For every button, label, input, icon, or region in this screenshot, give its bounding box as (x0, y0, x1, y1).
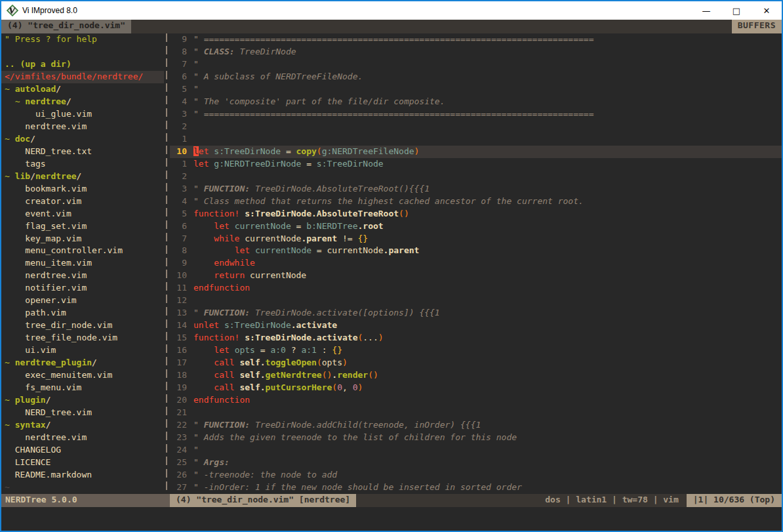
code-line[interactable]: 6 let currentNode = b:NERDTree.root (170, 220, 782, 233)
code-line[interactable]: 13" FUNCTION: TreeDirNode.activate([opti… (170, 307, 782, 319)
token: g:NERDTreeDirNode (214, 159, 301, 169)
tree-blank-line[interactable] (5, 46, 164, 58)
code-line[interactable]: 9 endwhile (170, 257, 782, 270)
token: LICENCE (5, 457, 50, 467)
code-line[interactable]: 11endfunction (170, 282, 782, 295)
code-line[interactable]: 20endfunction (170, 394, 782, 407)
token: event.vim (5, 209, 71, 218)
tree-root[interactable]: </vimfiles/bundle/nerdtree/ (1, 71, 164, 83)
code-line[interactable]: 25" Args: (170, 457, 782, 469)
tree-file[interactable]: fs_menu.vim (5, 382, 164, 394)
token: endwhile (214, 258, 255, 268)
code-line[interactable]: 26" -treenode: the node to add (170, 469, 782, 481)
code-line[interactable]: 1 (170, 133, 782, 146)
tree-file[interactable]: path.vim (5, 307, 164, 319)
token (5, 96, 15, 106)
line-text (187, 121, 193, 133)
code-line[interactable]: 10 return currentNode (170, 270, 782, 282)
tree-file[interactable]: nerdtree.vim (5, 121, 164, 133)
line-text: " -inOrder: 1 if the new node should be … (187, 481, 522, 494)
tree-file[interactable]: exec_menuitem.vim (5, 369, 164, 382)
token: autoload (15, 84, 56, 94)
token: " A subclass of NERDTreeFileNode. (193, 72, 363, 81)
code-line[interactable]: 3" FUNCTION: TreeDirNode.AbsoluteTreeRoo… (170, 183, 782, 195)
vim-window: Vi IMproved 8.0 — □ ✕ (4) "tree_dir_node… (0, 0, 783, 532)
code-line[interactable]: 15function! s:TreeDirNode.activate(...) (170, 332, 782, 344)
code-line[interactable]: 12 (170, 295, 782, 307)
code-line[interactable]: 5function! s:TreeDirNode.AbsoluteTreeRoo… (170, 208, 782, 220)
code-line[interactable]: 24" (170, 444, 782, 457)
code-line[interactable]: 14unlet s:TreeDirNode.activate (170, 319, 782, 332)
tree-file[interactable]: opener.vim (5, 295, 164, 307)
tree-file[interactable]: notifier.vim (5, 282, 164, 295)
tree-dir-plugin[interactable]: ~ plugin/ (5, 394, 164, 407)
tab-tree-dir-node[interactable]: (4) "tree_dir_node.vim" (1, 20, 131, 33)
tree-file[interactable]: NERD_tree.txt (5, 146, 164, 158)
code-line[interactable]: 18 call self.getNerdtree().render() (170, 369, 782, 382)
tree-empty-line[interactable]: ~ (5, 481, 164, 494)
code-line[interactable]: 5" (170, 83, 782, 96)
maximize-button[interactable]: □ (721, 1, 752, 20)
tree-dir-autoload-nerdtree[interactable]: ~ nerdtree/ (5, 96, 164, 108)
code-line[interactable]: 27" -inOrder: 1 if the new node should b… (170, 481, 782, 494)
line-text: " (187, 444, 199, 457)
vertical-split-separator[interactable] (164, 33, 170, 494)
tree-dir-nerdtree-plugin[interactable]: ~ nerdtree_plugin/ (5, 357, 164, 369)
tree-up-dir[interactable]: .. (up a dir) (5, 58, 164, 71)
code-line[interactable]: 4" The 'composite' part of the file/dir … (170, 96, 782, 108)
tree-dir-lib-nerdtree[interactable]: ~ lib/nerdtree/ (5, 171, 164, 183)
tree-help-line[interactable]: " Press ? for help (5, 33, 164, 46)
code-line[interactable]: 2 (170, 171, 782, 183)
tree-dir-syntax[interactable]: ~ syntax/ (5, 419, 164, 432)
tree-dir-autoload[interactable]: ~ autoload/ (5, 83, 164, 96)
tree-file[interactable]: ui.vim (5, 344, 164, 357)
tree-file[interactable]: flag_set.vim (5, 220, 164, 233)
tree-file[interactable]: tags (5, 158, 164, 171)
tree-file[interactable]: menu_item.vim (5, 257, 164, 270)
line-number: 22 (170, 419, 187, 432)
tree-file[interactable]: event.vim (5, 208, 164, 220)
line-number: 26 (170, 469, 187, 481)
code-line[interactable]: 16 let opts = a:0 ? a:1 : {} (170, 344, 782, 357)
token: FUNCTION: (204, 308, 250, 317)
tree-dir-doc[interactable]: ~ doc/ (5, 133, 164, 146)
line-number: 27 (170, 481, 187, 494)
tree-file[interactable]: ui_glue.vim (5, 108, 164, 121)
tree-file[interactable]: tree_file_node.vim (5, 332, 164, 344)
line-text (187, 171, 193, 183)
code-line[interactable]: 19 call self.putCursorHere(0, 0) (170, 382, 782, 394)
code-line[interactable]: 7" (170, 58, 782, 71)
tree-file[interactable]: bookmark.vim (5, 183, 164, 195)
tree-file[interactable]: NERD_tree.vim (5, 407, 164, 419)
code-line[interactable]: 1let g:NERDTreeDirNode = s:TreeDirNode (170, 158, 782, 171)
tree-file[interactable]: creator.vim (5, 195, 164, 208)
tree-file[interactable]: CHANGELOG (5, 444, 164, 457)
code-line[interactable]: 4" Class method that returns the highest… (170, 195, 782, 208)
code-line[interactable]: 6" A subclass of NERDTreeFileNode. (170, 71, 782, 83)
tree-file[interactable]: key_map.vim (5, 233, 164, 245)
tree-file[interactable]: menu_controller.vim (5, 245, 164, 257)
code-line[interactable]: 23" Adds the given treenode to the list … (170, 432, 782, 444)
code-line[interactable]: 7 while currentNode.parent != {} (170, 233, 782, 245)
code-line[interactable]: 21 (170, 407, 782, 419)
tree-file[interactable]: README.markdown (5, 469, 164, 481)
token: " Press ? for help (5, 34, 97, 44)
code-line[interactable]: 2 (170, 121, 782, 133)
close-button[interactable]: ✕ (752, 1, 782, 20)
tree-file[interactable]: tree_dir_node.vim (5, 319, 164, 332)
tree-file[interactable]: nerdtree.vim (5, 270, 164, 282)
tree-file[interactable]: LICENCE (5, 457, 164, 469)
code-line[interactable]: 17 call self.toggleOpen(opts) (170, 357, 782, 369)
command-line[interactable] (1, 507, 782, 531)
code-line-current[interactable]: 10let s:TreeDirNode = copy(g:NERDTreeFil… (170, 146, 782, 158)
code-line[interactable]: 22" FUNCTION: TreeDirNode.addChild(treen… (170, 419, 782, 432)
code-line[interactable]: 8" CLASS: TreeDirNode (170, 46, 782, 58)
code-line[interactable]: 3" =====================================… (170, 108, 782, 121)
code-line[interactable]: 9" =====================================… (170, 33, 782, 46)
token: / (30, 171, 35, 181)
tree-file[interactable]: nerdtree.vim (5, 432, 164, 444)
minimize-button[interactable]: — (691, 1, 721, 20)
token: let (193, 159, 209, 169)
token: " ======================================… (193, 34, 593, 44)
code-line[interactable]: 8 let currentNode = currentNode.parent (170, 245, 782, 257)
